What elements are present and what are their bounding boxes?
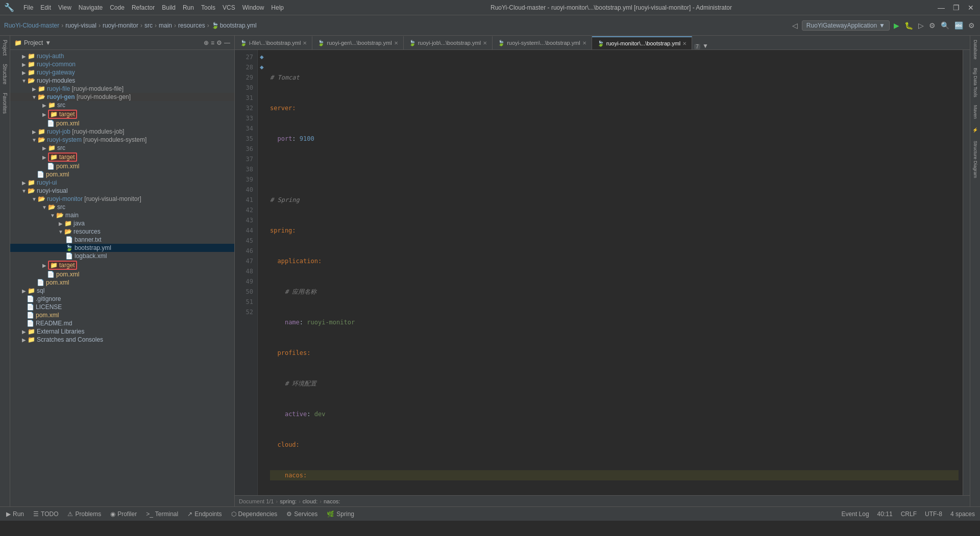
tab-close-icon[interactable]: ✕ xyxy=(303,40,307,46)
breadcrumb-filename[interactable]: bootstrap.yml xyxy=(220,22,257,29)
tree-item-license[interactable]: 📄 LICENSE xyxy=(10,303,234,311)
favorites-sidebar-icon[interactable]: Favorites xyxy=(1,91,9,116)
breadcrumb-monitor[interactable]: ruoyi-monitor xyxy=(103,22,138,29)
tree-item-resources[interactable]: ▼ 📂 resources xyxy=(10,227,234,236)
event-log-button[interactable]: Event Log xyxy=(839,509,872,519)
collapse-icon[interactable]: ≡ xyxy=(211,39,214,46)
menu-window[interactable]: Window xyxy=(239,3,267,12)
tab-list-button[interactable]: ▼ xyxy=(702,42,708,49)
breadcrumb-nacos[interactable]: nacos: xyxy=(324,498,340,504)
debug-icon[interactable]: 🐛 xyxy=(903,20,914,31)
settings-icon[interactable]: ⚙ xyxy=(928,20,937,31)
editor-scrollbar[interactable] xyxy=(963,50,970,495)
tree-item-pom-modules[interactable]: 📄 pom.xml xyxy=(10,170,234,178)
tree-item-scratches[interactable]: ▶ 📁 Scratches and Consoles xyxy=(10,336,234,344)
tree-item-pom-visual[interactable]: 📄 pom.xml xyxy=(10,278,234,287)
minimize-button[interactable]: — xyxy=(936,4,947,12)
cursor-position[interactable]: 40:11 xyxy=(874,509,896,519)
tab-close-icon[interactable]: ✕ xyxy=(682,41,687,46)
panel-dropdown-icon[interactable]: ▼ xyxy=(45,39,51,46)
tree-item-ruoyi-visual[interactable]: ▼ 📂 ruoyi-visual xyxy=(10,187,234,195)
close-button[interactable]: ✕ xyxy=(966,4,976,12)
breadcrumb-root[interactable]: RuoYi-Cloud-master xyxy=(4,22,59,29)
tree-item-gitignore[interactable]: 📄 .gitignore xyxy=(10,295,234,303)
tree-item-src-system[interactable]: ▶ 📁 src xyxy=(10,144,234,152)
charset[interactable]: UTF-8 xyxy=(922,509,945,519)
breadcrumb-resources[interactable]: resources xyxy=(178,22,205,29)
tree-item-ruoyi-job[interactable]: ▶ 📁 ruoyi-job [ruoyi-modules-job] xyxy=(10,127,234,136)
more-icon[interactable]: ⚙ xyxy=(967,20,976,31)
tree-item-target-system[interactable]: ▶ 📁 target xyxy=(10,152,234,162)
tree-item-bootstrap-yml[interactable]: 🍃 bootstrap.yml xyxy=(10,244,234,252)
spring-tab[interactable]: 🌿 Spring xyxy=(323,507,358,521)
tree-item-ruoyi-common[interactable]: ▶ 📁 ruoyi-common xyxy=(10,60,234,68)
tab-ruoyi-monitor-bootstrap[interactable]: 🍃 ruoyi-monitor\...\bootstrap.yml ✕ xyxy=(592,36,693,49)
menu-tools[interactable]: Tools xyxy=(198,3,218,12)
tree-item-ruoyi-gen[interactable]: ▼ 📂 ruoyi-gen [ruoyi-modules-gen] xyxy=(10,93,234,101)
coverage-icon[interactable]: ▷ xyxy=(917,20,925,31)
menu-navigate[interactable]: Navigate xyxy=(76,3,106,12)
search-icon[interactable]: 🔍 xyxy=(940,20,950,31)
breadcrumb-visual[interactable]: ruoyi-visual xyxy=(65,22,96,29)
tree-item-ruoyi-gateway[interactable]: ▶ 📁 ruoyi-gateway xyxy=(10,68,234,76)
structure-diagram-icon[interactable]: Structure Diagram xyxy=(972,139,979,180)
endpoints-tab[interactable]: ↗ Endpoints xyxy=(183,507,226,521)
tree-item-logback-xml[interactable]: 📄 logback.xml xyxy=(10,252,234,260)
translate-icon[interactable]: 🔤 xyxy=(953,20,964,31)
bigdata-icon[interactable]: Big Data Tools xyxy=(972,66,979,99)
problems-tab[interactable]: ⚠ Problems xyxy=(63,507,105,521)
menu-vcs[interactable]: VCS xyxy=(219,3,238,12)
maven-icon[interactable]: Maven xyxy=(972,103,979,121)
menu-code[interactable]: Code xyxy=(107,3,128,12)
indent-info[interactable]: 4 spaces xyxy=(947,509,978,519)
structure-sidebar-icon[interactable]: Structure xyxy=(1,62,9,87)
tree-item-ruoyi-monitor[interactable]: ▼ 📂 ruoyi-monitor [ruoyi-visual-monitor] xyxy=(10,195,234,203)
tree-item-src-gen[interactable]: ▶ 📁 src xyxy=(10,101,234,109)
tree-item-pom-gen[interactable]: 📄 pom.xml xyxy=(10,119,234,127)
run-config-selector[interactable]: RuoYiGatewayApplication ▼ xyxy=(802,20,890,31)
maximize-button[interactable]: ❐ xyxy=(951,4,962,12)
tab-ruoyi-job-bootstrap[interactable]: 🍃 ruoyi-job\...\bootstrap.yml ✕ xyxy=(404,36,493,49)
breadcrumb-spring[interactable]: spring: xyxy=(280,498,297,504)
tree-item-pom-root[interactable]: 📄 pom.xml xyxy=(10,311,234,319)
menu-build[interactable]: Build xyxy=(159,3,179,12)
menu-help[interactable]: Help xyxy=(268,3,287,12)
tab-ruoyi-system-bootstrap[interactable]: 🍃 ruoyi-system\...\bootstrap.yml ✕ xyxy=(493,36,592,49)
project-sidebar-icon[interactable]: Project xyxy=(1,38,9,58)
tree-item-ruoyi-modules[interactable]: ▼ 📂 ruoyi-modules xyxy=(10,76,234,85)
tree-item-pom-monitor[interactable]: 📄 pom.xml xyxy=(10,270,234,278)
tab-ifile-bootstrap[interactable]: 🍃 i-file\...\bootstrap.yml ✕ xyxy=(235,36,312,49)
tree-item-main-monitor[interactable]: ▼ 📂 main xyxy=(10,211,234,219)
breadcrumb-file[interactable]: 🍃 xyxy=(211,22,219,29)
tree-item-sql[interactable]: ▶ 📁 sql xyxy=(10,287,234,295)
tree-item-readme[interactable]: 📄 README.md xyxy=(10,319,234,327)
tree-item-banner-txt[interactable]: 📄 banner.txt xyxy=(10,236,234,244)
tab-overflow-count[interactable]: 7 xyxy=(694,44,700,49)
notifications-icon[interactable]: ⚡ xyxy=(972,125,979,135)
tab-close-icon[interactable]: ✕ xyxy=(483,40,487,46)
line-ending[interactable]: CRLF xyxy=(898,509,920,519)
breadcrumb-main[interactable]: main xyxy=(159,22,172,29)
tree-item-pom-system[interactable]: 📄 pom.xml xyxy=(10,162,234,170)
tree-item-ruoyi-ui[interactable]: ▶ 📁 ruoyi-ui xyxy=(10,178,234,187)
menu-run[interactable]: Run xyxy=(180,3,197,12)
profiler-tab[interactable]: ◉ Profiler xyxy=(106,507,141,521)
code-editor[interactable]: # Tomcat server: port: 9100 # Spring spr… xyxy=(266,50,963,495)
tree-item-src-monitor[interactable]: ▼ 📂 src xyxy=(10,203,234,211)
options-icon[interactable]: ⚙ xyxy=(216,39,222,46)
tab-close-icon[interactable]: ✕ xyxy=(582,40,586,46)
menu-refactor[interactable]: Refactor xyxy=(129,3,158,12)
menu-file[interactable]: File xyxy=(20,3,36,12)
dependencies-tab[interactable]: ⬡ Dependencies xyxy=(227,507,282,521)
run-icon[interactable]: ▶ xyxy=(893,20,900,31)
menu-edit[interactable]: Edit xyxy=(37,3,54,12)
tree-item-ext-libs[interactable]: ▶ 📁 External Libraries xyxy=(10,327,234,336)
database-icon[interactable]: Database xyxy=(972,38,979,62)
tree-item-target-monitor[interactable]: ▶ 📁 target xyxy=(10,260,234,270)
menu-view[interactable]: View xyxy=(55,3,75,12)
tree-item-target-gen[interactable]: ▶ 📁 target xyxy=(10,109,234,119)
tree-item-java[interactable]: ▶ 📁 java xyxy=(10,219,234,227)
hide-panel-icon[interactable]: — xyxy=(224,39,230,46)
todo-tab[interactable]: ☰ TODO xyxy=(29,507,62,521)
tree-item-ruoyi-auth[interactable]: ▶ 📁 ruoyi-auth xyxy=(10,52,234,60)
